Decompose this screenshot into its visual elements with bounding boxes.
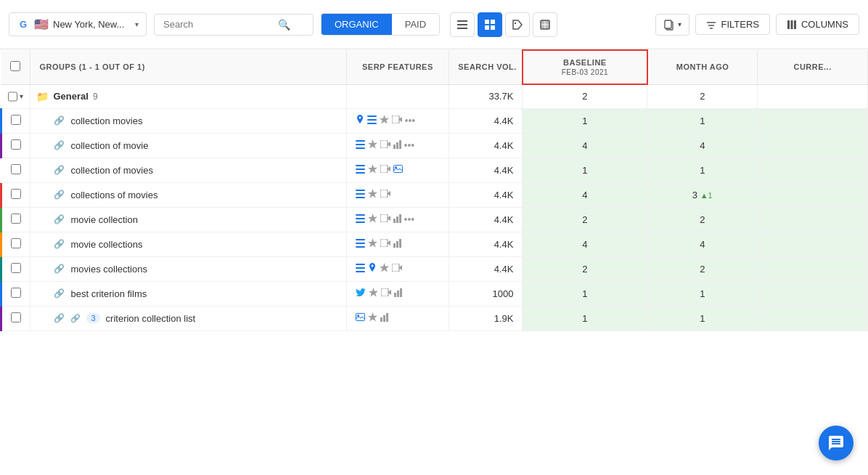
link-icon[interactable]: 🔗 [54, 214, 65, 224]
link-icon[interactable]: 🔗 [54, 165, 65, 175]
serp-video-icon[interactable] [380, 190, 390, 200]
search-icon: 🔍 [278, 19, 290, 31]
baseline-label: BASELINE [532, 58, 638, 67]
row-current [758, 256, 868, 281]
row-checkbox[interactable] [11, 139, 21, 150]
row-month: 4 [647, 133, 758, 158]
svg-marker-11 [513, 20, 522, 29]
list-view-btn[interactable] [450, 12, 475, 37]
link-icon[interactable]: 🔗 [54, 264, 65, 274]
serp-image-icon[interactable] [356, 313, 365, 323]
link-icon[interactable]: 🔗 [54, 288, 65, 299]
link-icon[interactable]: 🔗 [54, 140, 65, 150]
group-checkbox[interactable] [8, 92, 17, 102]
serp-bar-icon[interactable] [394, 288, 402, 299]
group-month-value: 2 [700, 91, 705, 102]
serp-star-icon[interactable] [368, 312, 377, 324]
serp-list-icon[interactable] [356, 214, 365, 225]
chat-button[interactable] [819, 426, 853, 460]
serp-star-icon[interactable] [380, 115, 389, 126]
row-checkbox[interactable] [11, 164, 21, 174]
serp-video-icon[interactable] [380, 214, 390, 224]
organic-tab[interactable]: ORGANIC [322, 14, 392, 35]
link-badge[interactable]: 🔗 [70, 314, 81, 323]
header-vol: SEARCH VOL. [449, 50, 523, 84]
serp-list-icon[interactable] [356, 190, 365, 200]
serp-list-icon[interactable] [356, 264, 365, 275]
link-icon[interactable]: 🔗 [54, 313, 65, 323]
row-check-cell [1, 256, 30, 281]
svg-rect-67 [356, 264, 365, 265]
tab-group: ORGANIC PAID [321, 13, 440, 36]
serp-list-icon[interactable] [367, 115, 377, 126]
serp-star-icon[interactable] [369, 288, 378, 299]
columns-button[interactable]: COLUMNS [776, 14, 859, 35]
serp-video-icon[interactable] [392, 264, 402, 274]
image-view-btn[interactable] [533, 12, 557, 37]
header-groups: GROUPS (1 - 1 OUT OF 1) [30, 50, 346, 84]
search-input[interactable] [163, 19, 272, 30]
serp-star-icon[interactable] [368, 189, 377, 200]
serp-star-icon[interactable] [368, 214, 377, 225]
serp-more-icon[interactable]: ••• [404, 140, 415, 151]
serp-list-icon[interactable] [356, 239, 365, 250]
row-month: 1 [647, 281, 758, 306]
serp-video-icon[interactable] [381, 288, 391, 299]
serp-video-icon[interactable] [380, 239, 390, 249]
serp-star-icon[interactable] [380, 263, 389, 275]
serp-star-icon[interactable] [368, 164, 377, 176]
serp-pin-icon[interactable] [368, 263, 377, 275]
link-icon[interactable]: 🔗 [54, 190, 65, 200]
row-checkbox[interactable] [11, 288, 21, 298]
table-header-row: GROUPS (1 - 1 OUT OF 1) SERP FEATURES SE… [1, 50, 868, 84]
link-icon[interactable]: 🔗 [54, 239, 65, 249]
row-checkbox[interactable] [11, 238, 21, 248]
row-check-cell [1, 207, 30, 232]
row-checkbox[interactable] [11, 214, 21, 224]
serp-video-icon[interactable] [380, 165, 390, 175]
row-serp-cell [346, 232, 449, 256]
svg-rect-2 [457, 28, 467, 29]
header-month: MONTH AGO [647, 50, 758, 84]
serp-pin-icon[interactable] [356, 115, 364, 127]
select-all-checkbox[interactable] [10, 61, 20, 71]
row-checkbox[interactable] [11, 189, 21, 199]
svg-rect-26 [367, 115, 377, 117]
search-box[interactable]: 🔍 [154, 14, 314, 36]
filters-button[interactable]: FILTERS [695, 14, 770, 35]
serp-list-icon[interactable] [356, 165, 365, 176]
paid-tab[interactable]: PAID [392, 14, 439, 35]
row-serp-cell [346, 256, 449, 281]
svg-rect-72 [381, 288, 388, 296]
link-icon[interactable]: 🔗 [54, 115, 65, 126]
filters-label: FILTERS [721, 19, 759, 30]
baseline-value: 4 [582, 190, 587, 200]
serp-list-icon[interactable] [356, 140, 365, 151]
svg-rect-49 [380, 190, 388, 198]
row-checkbox[interactable] [11, 115, 21, 125]
main-table: GROUPS (1 - 1 OUT OF 1) SERP FEATURES SE… [0, 49, 868, 331]
serp-bar-icon[interactable] [393, 140, 401, 151]
row-vol: 4.4K [449, 158, 523, 182]
serp-more-icon[interactable]: ••• [405, 115, 416, 126]
location-selector[interactable]: G 🇺🇸 New York, New... ▾ [9, 12, 147, 36]
serp-image-icon[interactable] [393, 165, 403, 175]
serp-bar-icon[interactable] [380, 313, 388, 324]
group-serp-cell [346, 84, 449, 108]
row-checkbox[interactable] [11, 312, 21, 322]
expand-icon[interactable]: ▾ [20, 91, 23, 102]
copy-button[interactable]: ▾ [655, 14, 689, 36]
serp-more-icon[interactable]: ••• [404, 214, 415, 225]
row-serp-cell [346, 306, 449, 330]
serp-bar-icon[interactable] [393, 214, 401, 225]
grid-view-btn[interactable] [478, 12, 502, 37]
row-keyword-cell: 🔗 best criterion films [30, 281, 346, 306]
serp-twitter-icon[interactable] [356, 288, 366, 299]
serp-video-icon[interactable] [380, 140, 390, 150]
serp-star-icon[interactable] [368, 139, 377, 151]
tag-view-btn[interactable] [505, 12, 530, 37]
serp-video-icon[interactable] [392, 115, 402, 126]
row-checkbox[interactable] [11, 263, 21, 273]
serp-star-icon[interactable] [368, 238, 377, 250]
serp-bar-icon[interactable] [393, 239, 401, 250]
